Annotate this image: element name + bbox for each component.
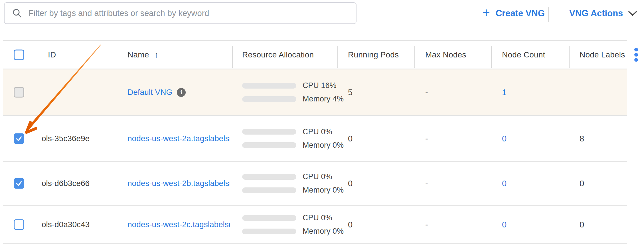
- memory-bar: [242, 187, 296, 193]
- vng-page: + Create VNG VNG Actions ID Name: [0, 0, 644, 244]
- table-row: ols-35c36e9e nodes-us-west-2a.tagslabels…: [3, 116, 627, 162]
- search-input[interactable]: [28, 8, 356, 18]
- header-name[interactable]: Name ↑: [127, 50, 230, 60]
- search-icon: [12, 8, 22, 18]
- row-checkbox[interactable]: [14, 178, 24, 189]
- node-count-link[interactable]: 0: [502, 220, 507, 229]
- node-labels-value: 8: [580, 134, 584, 143]
- filter-search-box: [4, 2, 357, 24]
- vng-name-link[interactable]: nodes-us-west-2c.tagslabelsre: [127, 220, 230, 229]
- vng-table: ID Name ↑ Resource Allocation Running Po…: [3, 40, 627, 244]
- plus-icon: +: [483, 6, 490, 19]
- memory-bar: [242, 142, 296, 148]
- header-id: ID: [48, 50, 56, 59]
- vng-name-link[interactable]: nodes-us-west-2a.tagslabelsre: [127, 134, 230, 143]
- create-vng-button[interactable]: + Create VNG: [483, 5, 545, 22]
- header-max-nodes: Max Nodes: [425, 50, 466, 59]
- header-node-labels: Node Labels: [580, 50, 625, 59]
- cpu-bar: [242, 129, 296, 135]
- running-pods-value: 0: [348, 134, 353, 143]
- header-divider: [337, 46, 338, 68]
- header-divider: [232, 46, 233, 68]
- vng-actions-button[interactable]: VNG Actions: [569, 5, 637, 22]
- running-pods-value: 0: [348, 220, 353, 229]
- table-row-default-vng: Default VNG i CPU 16% Memory 4% 5 - 1: [3, 69, 627, 116]
- max-nodes-value: -: [425, 134, 428, 143]
- vng-name-link[interactable]: Default VNG: [127, 88, 172, 97]
- node-count-link[interactable]: 0: [502, 134, 507, 143]
- row-checkbox[interactable]: [14, 133, 24, 144]
- node-labels-value: 0: [580, 220, 584, 229]
- create-vng-label: Create VNG: [496, 8, 545, 19]
- max-nodes-value: -: [425, 88, 428, 97]
- chevron-down-icon: [628, 11, 637, 16]
- vng-id: ols-d0a30c43: [42, 220, 90, 229]
- vng-id: ols-35c36e9e: [42, 134, 90, 143]
- table-row: ols-d0a30c43 nodes-us-west-2c.tagslabels…: [3, 206, 627, 244]
- resource-allocation: CPU 0% Memory 0%: [242, 172, 344, 195]
- vng-id: ols-d6b3ce66: [42, 179, 90, 188]
- header-running-pods: Running Pods: [348, 50, 399, 59]
- header-divider: [491, 46, 492, 68]
- table-header: ID Name ↑ Resource Allocation Running Po…: [3, 41, 627, 69]
- row-checkbox[interactable]: [14, 219, 24, 230]
- resource-allocation: CPU 16% Memory 4%: [242, 81, 344, 103]
- header-node-count: Node Count: [502, 50, 545, 59]
- vng-actions-label: VNG Actions: [569, 8, 623, 19]
- running-pods-value: 0: [348, 179, 353, 188]
- sort-ascending-icon: ↑: [154, 50, 159, 60]
- node-count-link[interactable]: 1: [502, 88, 507, 97]
- cpu-bar: [242, 215, 296, 221]
- header-resource-allocation: Resource Allocation: [242, 50, 314, 59]
- node-labels-value: 0: [580, 179, 584, 188]
- cpu-bar: [242, 174, 296, 180]
- toolbar-divider: [548, 7, 549, 22]
- table-row: ols-d6b3ce66 nodes-us-west-2b.tagslabels…: [3, 162, 627, 206]
- memory-bar: [242, 229, 296, 234]
- row-checkbox: [14, 87, 24, 98]
- max-nodes-value: -: [425, 220, 428, 229]
- header-divider: [569, 46, 570, 68]
- resource-allocation: CPU 0% Memory 0%: [242, 127, 344, 150]
- resource-allocation: CPU 0% Memory 0%: [242, 213, 344, 236]
- memory-bar: [242, 96, 296, 102]
- vng-name-link[interactable]: nodes-us-west-2b.tagslabelsre: [127, 179, 230, 188]
- max-nodes-value: -: [425, 179, 428, 188]
- info-icon[interactable]: i: [177, 88, 186, 97]
- node-count-link[interactable]: 0: [502, 179, 507, 188]
- select-all-checkbox[interactable]: [14, 49, 24, 60]
- running-pods-value: 5: [348, 88, 353, 97]
- cpu-bar: [242, 83, 296, 89]
- header-divider: [414, 46, 415, 68]
- column-options-kebab-icon[interactable]: [634, 48, 638, 62]
